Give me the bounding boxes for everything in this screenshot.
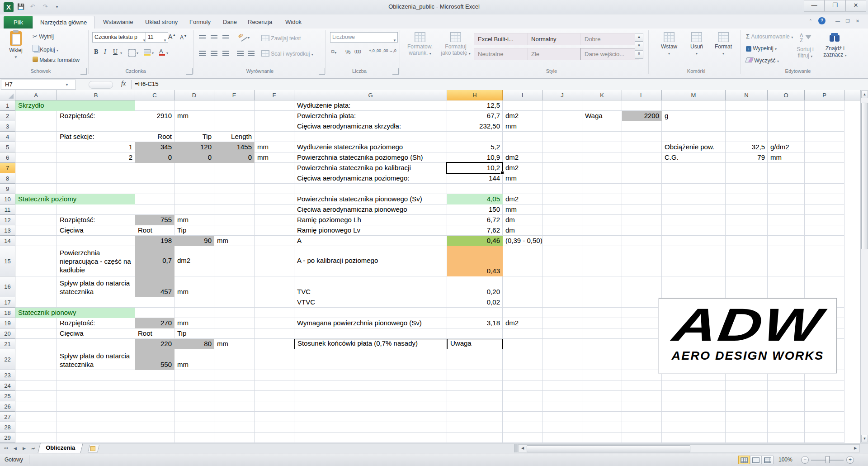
prev-sheet-icon[interactable]: ◀: [11, 444, 19, 452]
font-dialog-launcher[interactable]: [186, 68, 193, 75]
cell-C13[interactable]: Root: [135, 225, 175, 236]
decimal-decrease-icon[interactable]: ,00 →,0: [382, 48, 396, 53]
cell-style-neutralne[interactable]: Neutralne: [474, 48, 533, 60]
format-as-table-button[interactable]: Formatujjako tabelę ▾: [439, 32, 473, 56]
scroll-up-icon[interactable]: ▲: [861, 90, 868, 98]
cell-D14[interactable]: 90: [175, 236, 214, 246]
fill-button[interactable]: ↓ Wypełnij ▾: [746, 45, 777, 52]
row-header-22[interactable]: 22: [0, 349, 15, 370]
cell-G14[interactable]: A: [294, 236, 447, 246]
orientation-dropdown-icon[interactable]: ▾: [248, 36, 250, 40]
cell-B13[interactable]: Cięciwa: [57, 225, 135, 236]
row-header-5[interactable]: 5: [0, 142, 15, 152]
row-header-8[interactable]: 8: [0, 173, 15, 184]
cell-G12[interactable]: Ramię poziomego Lh: [294, 215, 447, 225]
formula-input[interactable]: =H6-C15: [135, 81, 158, 87]
doc-restore-icon[interactable]: ❐: [843, 17, 853, 25]
maximize-icon[interactable]: ❐: [825, 0, 845, 12]
underline-dropdown-icon[interactable]: ▾: [120, 51, 122, 55]
cell-I2[interactable]: dm2: [503, 111, 542, 121]
cell-H15[interactable]: 0,43: [447, 246, 503, 276]
cell-G3[interactable]: Cięciwa aerodynamiczna skrzydła:: [294, 121, 447, 132]
row-header-4[interactable]: 4: [0, 132, 15, 142]
row-header-3[interactable]: 3: [0, 121, 15, 132]
column-header-G[interactable]: G: [294, 90, 447, 100]
row-header-18[interactable]: 18: [0, 308, 15, 318]
row-header-17[interactable]: 17: [0, 297, 15, 308]
cell-G2[interactable]: Powierzchnia płata:: [294, 111, 447, 121]
number-dialog-launcher[interactable]: [392, 68, 399, 75]
cell-I19[interactable]: dm2: [503, 318, 542, 328]
sheet-tab-obliczenia[interactable]: Obliczenia: [38, 443, 83, 453]
cell-I7[interactable]: dm2: [503, 163, 542, 173]
cell-G17[interactable]: VTVC: [294, 297, 447, 308]
cell-E14[interactable]: mm: [214, 236, 255, 246]
cell-C15[interactable]: 0,7: [135, 246, 175, 276]
cell-D19[interactable]: mm: [175, 318, 214, 328]
cell-D21[interactable]: 80: [175, 339, 214, 349]
cell-B22[interactable]: Spływ płata do natarcia statecznika: [57, 349, 135, 370]
column-header-B[interactable]: B: [57, 90, 135, 100]
zoom-in-icon[interactable]: +: [846, 456, 854, 464]
cell-style-normalny[interactable]: Normalny: [527, 33, 586, 45]
cell-C20[interactable]: Root: [135, 328, 175, 339]
minimize-icon[interactable]: —: [804, 0, 825, 12]
cell-D2[interactable]: mm: [175, 111, 214, 121]
fill-color-dropdown-icon[interactable]: ▾: [152, 51, 154, 55]
cell-I11[interactable]: mm: [503, 204, 542, 215]
tab-plik[interactable]: Plik: [4, 16, 33, 29]
cell-G16[interactable]: TVC: [294, 276, 447, 297]
cell-H14[interactable]: 0,46: [447, 236, 503, 246]
cell-G21[interactable]: Stosunek końcówki płata (0,7% nasady): [294, 339, 447, 349]
tab-uklad-strony[interactable]: Układ strony: [138, 16, 185, 29]
tab-formuly[interactable]: Formuły: [182, 16, 218, 29]
name-box-dropdown-icon[interactable]: ▼: [65, 83, 69, 87]
row-header-23[interactable]: 23: [0, 370, 15, 380]
cell-I10[interactable]: dm2: [503, 194, 542, 204]
indent-increase-icon[interactable]: [248, 49, 255, 57]
cell-D16[interactable]: mm: [175, 276, 214, 297]
last-sheet-icon[interactable]: ⏭: [29, 444, 38, 452]
cell-C22[interactable]: 550: [135, 349, 175, 370]
column-header-K[interactable]: K: [582, 90, 622, 100]
cell-G6[interactable]: Powierzchnia statecznika poziomego (Sh): [294, 152, 447, 163]
alignment-dialog-launcher[interactable]: [319, 68, 325, 75]
tab-dane[interactable]: Dane: [216, 16, 244, 29]
column-header-H[interactable]: H: [447, 90, 503, 100]
cell-H6[interactable]: 10,9: [447, 152, 503, 163]
cell-G15[interactable]: A - po kalibracji poziomego: [294, 246, 447, 276]
view-page-break-icon[interactable]: [762, 456, 774, 464]
cell-D4[interactable]: Tip: [175, 132, 214, 142]
cell-E4[interactable]: Length: [214, 132, 255, 142]
first-sheet-icon[interactable]: ⏮: [2, 444, 10, 452]
column-header-C[interactable]: C: [135, 90, 175, 100]
cell-E5[interactable]: 1455: [214, 142, 255, 152]
row-header-6[interactable]: 6: [0, 152, 15, 163]
row-header-28[interactable]: 28: [0, 422, 15, 433]
cell-H2[interactable]: 67,7: [447, 111, 503, 121]
font-color-dropdown-icon[interactable]: ▾: [166, 51, 168, 55]
scroll-down-icon[interactable]: ▼: [861, 435, 868, 442]
row-header-14[interactable]: 14: [0, 236, 15, 246]
cell-B19[interactable]: Rozpiętość:: [57, 318, 135, 328]
cell-H19[interactable]: 3,18: [447, 318, 503, 328]
font-size-select[interactable]: 11▼: [146, 32, 168, 43]
cell-D5[interactable]: 120: [175, 142, 214, 152]
conditional-formatting-button[interactable]: Formatow.warunk. ▾: [403, 32, 437, 56]
cell-H1[interactable]: 12,5: [447, 100, 503, 111]
format-painter-button[interactable]: Malarz formatów: [33, 57, 80, 63]
tab-widok[interactable]: Widok: [278, 16, 309, 29]
sort-filter-button[interactable]: AZ Sortuj ifiltruj ▾: [792, 33, 818, 59]
cell-H5[interactable]: 5,2: [447, 142, 503, 152]
merge-center-button[interactable]: Scal i wyśrodkuj ▾: [261, 50, 313, 57]
fx-icon[interactable]: fx: [121, 80, 126, 87]
cell-M2[interactable]: g: [662, 111, 726, 121]
cell-F5[interactable]: mm: [255, 142, 294, 152]
cell-B20[interactable]: Cięciwa: [57, 328, 135, 339]
row-header-10[interactable]: 10: [0, 194, 15, 204]
row-header-7[interactable]: 7: [0, 163, 15, 173]
cell-style-dobre[interactable]: Dobre: [580, 33, 639, 45]
number-format-select[interactable]: Liczbowe▼: [330, 32, 398, 43]
indent-decrease-icon[interactable]: [237, 49, 244, 57]
next-sheet-icon[interactable]: ▶: [20, 444, 28, 452]
